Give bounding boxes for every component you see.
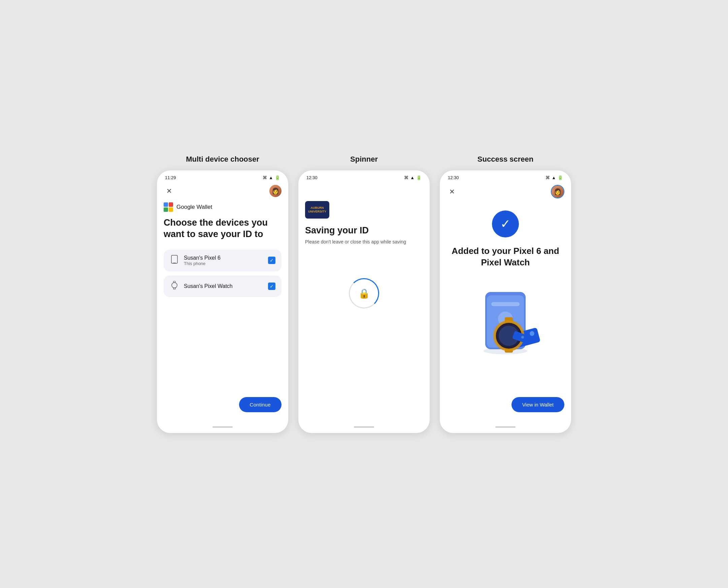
svg-rect-8: [173, 288, 175, 289]
phone-frame-3: 12:30 ⌘ ▲ 🔋 ✕ 👩 ✓: [440, 170, 571, 433]
device1-checkbox[interactable]: ✓: [268, 257, 275, 264]
saving-title: Saving your ID: [305, 225, 423, 236]
status-icons-2: ⌘ ▲ 🔋: [404, 175, 422, 180]
institution-line1: AUBURN: [308, 206, 326, 210]
institution-line2: UNIVERSITY: [308, 210, 326, 213]
avatar-image-3: 👩: [552, 186, 564, 198]
svg-rect-12: [491, 302, 519, 306]
screen1-heading: Choose the devices you want to save your…: [164, 217, 281, 240]
view-wallet-button[interactable]: View in Wallet: [512, 397, 564, 412]
svg-rect-5: [173, 263, 176, 264]
phone-device-icon: [170, 255, 179, 266]
close-button-1[interactable]: ✕: [164, 186, 174, 196]
svg-rect-3: [169, 207, 173, 212]
screen3-section: Success screen 12:30 ⌘ ▲ 🔋 ✕ 👩: [440, 155, 571, 433]
status-time-1: 11:29: [165, 175, 176, 180]
phone-frame-1: 11:29 ⌘ ▲ 🔋 ✕ 👩: [157, 170, 288, 433]
continue-button[interactable]: Continue: [239, 397, 281, 412]
device1-info: Susan's Pixel 6 This phone: [184, 255, 263, 266]
top-nav-3: ✕ 👩: [440, 182, 571, 201]
screen2-title: Spinner: [350, 155, 378, 164]
spinner-circle: 🔒: [349, 278, 379, 309]
illustration-container: [447, 282, 564, 356]
screen3-title: Success screen: [477, 155, 533, 164]
device-item-pixelwatch[interactable]: Susan's Pixel Watch ✓: [164, 275, 281, 297]
wallet-logo-icon: [164, 203, 173, 212]
phone-frame-2: 12:30 ⌘ ▲ 🔋 AUBURN UNIVERSITY Saving yo: [298, 170, 430, 433]
institution-logo: AUBURN UNIVERSITY: [305, 201, 329, 218]
institution-logo-text: AUBURN UNIVERSITY: [308, 206, 326, 213]
device2-name: Susan's Pixel Watch: [184, 283, 263, 289]
close-button-3[interactable]: ✕: [447, 186, 457, 197]
bottom-area-1: Continue: [164, 397, 281, 416]
device2-info: Susan's Pixel Watch: [184, 283, 263, 289]
status-bar-3: 12:30 ⌘ ▲ 🔋: [440, 170, 571, 182]
checkmark-icon: ✓: [500, 217, 511, 231]
home-indicator-3: [495, 426, 516, 428]
home-indicator-1: [212, 426, 233, 428]
status-bar-1: 11:29 ⌘ ▲ 🔋: [157, 170, 288, 182]
svg-rect-1: [169, 203, 173, 207]
phone-watch-svg: [462, 282, 549, 356]
battery-icon-2: 🔋: [416, 175, 422, 180]
avatar-image-1: 👩: [270, 185, 281, 197]
device-list: Susan's Pixel 6 This phone ✓: [164, 250, 281, 297]
svg-rect-7: [173, 281, 175, 282]
status-bar-2: 12:30 ⌘ ▲ 🔋: [298, 170, 430, 182]
wifi-icon-3: ⌘: [545, 175, 550, 180]
svg-rect-4: [171, 255, 177, 264]
screen1-title: Multi device chooser: [186, 155, 259, 164]
top-nav-2: [298, 182, 430, 198]
wallet-header: Google Wallet: [164, 203, 281, 212]
watch-device-icon: [170, 281, 179, 292]
device-item-pixel6[interactable]: Susan's Pixel 6 This phone ✓: [164, 250, 281, 271]
bottom-area-3: View in Wallet: [447, 397, 564, 416]
success-title: Added to your Pixel 6 and Pixel Watch: [447, 246, 564, 268]
svg-point-6: [172, 282, 177, 288]
battery-icon-3: 🔋: [558, 175, 563, 180]
status-time-2: 12:30: [306, 175, 318, 180]
screen1-content: Google Wallet Choose the devices you wan…: [157, 200, 288, 422]
top-nav-1: ✕ 👩: [157, 182, 288, 200]
spinner-container: 🔒: [305, 278, 423, 309]
avatar-ring-3: 👩: [551, 185, 564, 198]
svg-rect-2: [164, 207, 168, 212]
screen2-content: AUBURN UNIVERSITY Saving your ID Please …: [298, 198, 430, 422]
saving-subtitle: Please don't leave or close this app whi…: [305, 239, 423, 245]
screen1-section: Multi device chooser 11:29 ⌘ ▲ 🔋 ✕ 👩: [157, 155, 288, 433]
screens-container: Multi device chooser 11:29 ⌘ ▲ 🔋 ✕ 👩: [157, 155, 571, 433]
device1-name: Susan's Pixel 6: [184, 255, 263, 261]
lock-icon: 🔒: [358, 288, 370, 299]
wifi-icon-1: ⌘: [263, 175, 267, 180]
signal-icon-2: ▲: [410, 175, 414, 180]
success-area: ✓ Added to your Pixel 6 and Pixel Watch: [447, 204, 564, 356]
status-icons-1: ⌘ ▲ 🔋: [263, 175, 280, 180]
device2-checkbox[interactable]: ✓: [268, 282, 275, 290]
wallet-name-label: Google Wallet: [176, 204, 212, 210]
status-time-3: 12:30: [448, 175, 459, 180]
svg-rect-0: [164, 203, 168, 207]
success-circle: ✓: [492, 210, 519, 237]
avatar-1: 👩: [270, 185, 281, 197]
wifi-icon-2: ⌘: [404, 175, 408, 180]
signal-icon-1: ▲: [269, 175, 273, 180]
status-icons-3: ⌘ ▲ 🔋: [545, 175, 563, 180]
device1-sub: This phone: [184, 261, 263, 266]
home-indicator-2: [354, 426, 374, 428]
screen3-content: ✓ Added to your Pixel 6 and Pixel Watch: [440, 201, 571, 422]
screen2-section: Spinner 12:30 ⌘ ▲ 🔋 AUBURN UNIVERSITY: [298, 155, 430, 433]
signal-icon-3: ▲: [552, 175, 556, 180]
battery-icon-1: 🔋: [275, 175, 280, 180]
